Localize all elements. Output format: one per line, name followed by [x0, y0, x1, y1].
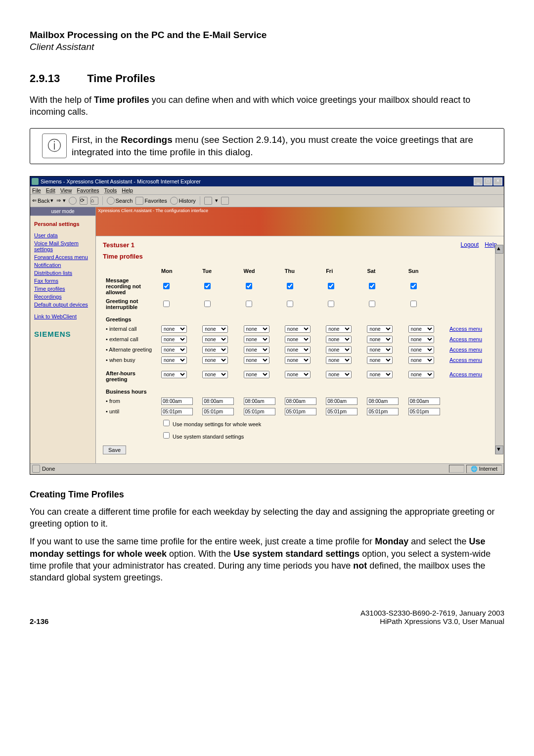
cb-msg-sun[interactable]	[410, 283, 417, 289]
maximize-button[interactable]: □	[484, 178, 492, 185]
scrollbar[interactable]: ▲ ▼	[495, 245, 503, 454]
sel-busy-thu[interactable]: none	[285, 356, 311, 364]
cb-gi-fri[interactable]	[328, 301, 334, 307]
sel-external-wed[interactable]: none	[244, 336, 269, 343]
menu-edit[interactable]: Edit	[46, 187, 55, 193]
scroll-down-icon[interactable]: ▼	[495, 445, 503, 454]
stop-icon[interactable]	[69, 197, 77, 205]
access-internal[interactable]: Access menu	[449, 326, 482, 332]
cb-use-system[interactable]	[163, 432, 170, 439]
sidebar-item-defaultoutput[interactable]: Default output devices	[30, 301, 95, 309]
inp-from-tue[interactable]	[202, 398, 234, 405]
sel-ah-tue[interactable]: none	[202, 371, 228, 378]
inp-until-fri[interactable]	[326, 408, 357, 415]
sel-external-sun[interactable]: none	[408, 336, 434, 343]
cb-msg-thu[interactable]	[287, 283, 293, 289]
cb-gi-wed[interactable]	[246, 301, 252, 307]
sel-ah-sat[interactable]: none	[367, 371, 393, 378]
forward-button[interactable]: ⇒ ▾	[56, 197, 65, 204]
back-button[interactable]: ⇐ Back ▾	[32, 197, 53, 204]
sel-alt-wed[interactable]: none	[244, 346, 269, 354]
cb-msg-fri[interactable]	[328, 283, 334, 289]
sidebar-item-forward[interactable]: Forward Access menu	[30, 254, 95, 262]
sidebar-item-recordings[interactable]: Recordings	[30, 293, 95, 301]
cb-msg-wed[interactable]	[246, 283, 252, 289]
inp-from-thu[interactable]	[285, 398, 316, 405]
sel-external-mon[interactable]: none	[161, 336, 187, 343]
sel-ah-thu[interactable]: none	[285, 371, 311, 378]
cb-use-monday[interactable]	[163, 420, 170, 426]
inp-from-fri[interactable]	[326, 398, 357, 405]
sidebar-item-distlists[interactable]: Distribution lists	[30, 269, 95, 277]
refresh-icon[interactable]: ⟳	[80, 197, 88, 205]
inp-from-mon[interactable]	[161, 398, 193, 405]
sel-ah-wed[interactable]: none	[244, 371, 269, 378]
cb-gi-tue[interactable]	[204, 301, 211, 307]
cb-msg-mon[interactable]	[163, 283, 170, 289]
sidebar-item-user-data[interactable]: User data	[30, 232, 95, 240]
mail-icon[interactable]	[204, 197, 212, 205]
access-afterhours[interactable]: Access menu	[449, 371, 482, 377]
sidebar-item-faxforms[interactable]: Fax forms	[30, 277, 95, 285]
access-busy[interactable]: Access menu	[449, 357, 482, 363]
sel-alt-tue[interactable]: none	[202, 346, 228, 354]
sel-external-sat[interactable]: none	[367, 336, 393, 343]
sel-ah-fri[interactable]: none	[326, 371, 352, 378]
save-button[interactable]: Save	[103, 445, 126, 454]
sel-external-tue[interactable]: none	[202, 336, 228, 343]
sel-alt-sat[interactable]: none	[367, 346, 393, 354]
sel-busy-fri[interactable]: none	[326, 356, 352, 364]
close-button[interactable]: ×	[493, 178, 502, 185]
menu-favorites[interactable]: Favorites	[77, 187, 99, 193]
inp-from-sun[interactable]	[408, 398, 440, 405]
sel-busy-sat[interactable]: none	[367, 356, 393, 364]
favorites-button[interactable]: Favorites	[135, 197, 167, 205]
search-button[interactable]: Search	[107, 197, 133, 205]
sel-ah-sun[interactable]: none	[408, 371, 434, 378]
logout-link[interactable]: Logout	[461, 241, 479, 248]
menu-view[interactable]: View	[60, 187, 72, 193]
sel-busy-mon[interactable]: none	[161, 356, 187, 364]
cb-msg-tue[interactable]	[204, 283, 211, 289]
cb-gi-sat[interactable]	[369, 301, 375, 307]
sidebar-item-webclient[interactable]: Link to WebClient	[30, 313, 95, 321]
inp-until-wed[interactable]	[244, 408, 275, 415]
sidebar-item-notification[interactable]: Notification	[30, 262, 95, 269]
sel-alt-mon[interactable]: none	[161, 346, 187, 354]
sel-external-thu[interactable]: none	[285, 336, 311, 343]
sel-alt-thu[interactable]: none	[285, 346, 311, 354]
print-icon[interactable]	[221, 197, 229, 205]
sel-internal-fri[interactable]: none	[326, 325, 352, 333]
menu-help[interactable]: Help	[122, 187, 133, 193]
access-external[interactable]: Access menu	[449, 336, 482, 342]
inp-from-wed[interactable]	[244, 398, 275, 405]
sidebar-item-timeprofiles[interactable]: Time profiles	[30, 285, 95, 293]
sidebar-item-vms[interactable]: Voice Mail System settings	[30, 240, 95, 254]
menu-file[interactable]: File	[32, 187, 41, 193]
sel-internal-tue[interactable]: none	[202, 325, 228, 333]
inp-until-tue[interactable]	[202, 408, 234, 415]
access-alternate[interactable]: Access menu	[449, 347, 482, 353]
sel-busy-wed[interactable]: none	[244, 356, 269, 364]
sel-internal-thu[interactable]: none	[285, 325, 311, 333]
sel-ah-mon[interactable]: none	[161, 371, 187, 378]
sel-internal-sun[interactable]: none	[408, 325, 434, 333]
cb-msg-sat[interactable]	[369, 283, 375, 289]
inp-until-thu[interactable]	[285, 408, 316, 415]
scroll-up-icon[interactable]: ▲	[495, 245, 503, 254]
sel-internal-mon[interactable]: none	[161, 325, 187, 333]
inp-until-sun[interactable]	[408, 408, 440, 415]
sel-internal-wed[interactable]: none	[244, 325, 269, 333]
minimize-button[interactable]: _	[474, 178, 483, 185]
cb-gi-thu[interactable]	[287, 301, 293, 307]
sel-internal-sat[interactable]: none	[367, 325, 393, 333]
cb-gi-sun[interactable]	[410, 301, 417, 307]
sel-external-fri[interactable]: none	[326, 336, 352, 343]
sel-alt-sun[interactable]: none	[408, 346, 434, 354]
inp-until-mon[interactable]	[161, 408, 193, 415]
menu-tools[interactable]: Tools	[104, 187, 117, 193]
inp-from-sat[interactable]	[367, 398, 399, 405]
sel-alt-fri[interactable]: none	[326, 346, 352, 354]
home-icon[interactable]: ⌂	[90, 197, 98, 205]
sel-busy-sun[interactable]: none	[408, 356, 434, 364]
